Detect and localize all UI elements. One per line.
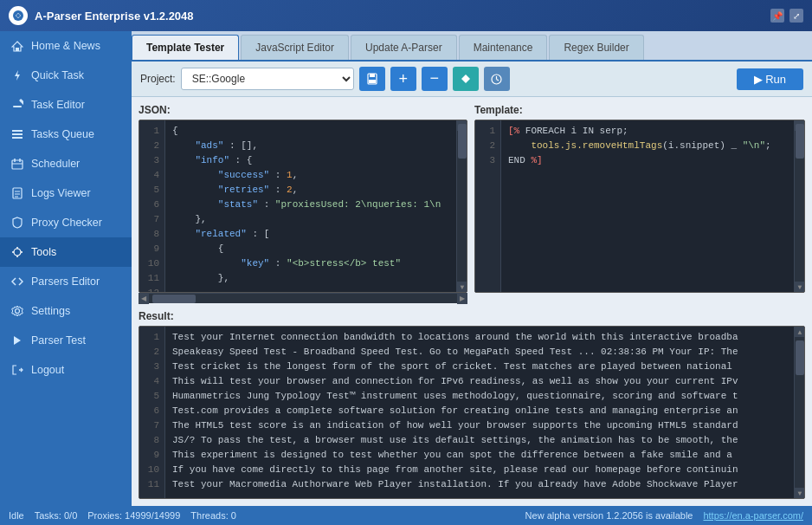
- save-button[interactable]: [359, 67, 385, 91]
- template-scrollbar-v[interactable]: ▲ ▼: [794, 120, 804, 292]
- sidebar-item-tools[interactable]: Tools: [0, 237, 132, 267]
- scroll-down[interactable]: ▼: [457, 282, 467, 292]
- svg-rect-10: [12, 160, 23, 169]
- sidebar-item-scheduler[interactable]: Scheduler: [0, 149, 132, 178]
- sidebar-item-parser-test[interactable]: Parser Test: [0, 326, 132, 355]
- result-line: If you have come directly to this page f…: [172, 463, 787, 477]
- tab-regex-builder[interactable]: Regex Builder: [549, 35, 643, 60]
- svg-rect-28: [369, 80, 376, 83]
- tmpl-scroll-down[interactable]: ▼: [795, 282, 804, 292]
- result-scrollbar-v[interactable]: ▲ ▼: [794, 327, 804, 498]
- sidebar-label-quick-task: Quick Task: [31, 69, 84, 81]
- svg-rect-7: [12, 130, 23, 132]
- update-link[interactable]: https://en.a-parser.com/: [703, 510, 803, 521]
- result-line: Test your Internet connection bandwidth …: [172, 330, 787, 345]
- sidebar-item-parsers-editor[interactable]: Parsers Editor: [0, 267, 132, 296]
- scroll-right[interactable]: ▶: [457, 294, 467, 304]
- scrollbar-h-thumb[interactable]: [152, 295, 196, 303]
- scrollbar-thumb[interactable]: [458, 124, 467, 159]
- svg-marker-24: [14, 336, 21, 345]
- update-message: New alpha version 1.2.2056 is available: [525, 510, 693, 521]
- tools-icon: [10, 245, 24, 259]
- json-line-numbers: 123456789101112: [139, 120, 165, 292]
- result-panel: Result: 1234567891011 Test your Internet…: [132, 310, 812, 506]
- app-logo: [9, 6, 28, 25]
- sidebar-label-settings: Settings: [31, 305, 70, 317]
- json-code[interactable]: { "ads" : [], "info" : { "success" : 1, …: [165, 120, 456, 292]
- code-icon: [10, 275, 24, 288]
- maximize-button[interactable]: ⤢: [789, 9, 803, 23]
- tab-maintenance[interactable]: Maintenance: [459, 35, 548, 60]
- svg-rect-3: [16, 48, 19, 51]
- result-editor[interactable]: 1234567891011 Test your Internet connect…: [139, 326, 805, 499]
- result-line: Humanmetrics Jung Typology Test™ instrum…: [172, 389, 787, 404]
- result-scroll-down[interactable]: ▼: [795, 488, 805, 498]
- sidebar-item-settings[interactable]: Settings: [0, 296, 132, 326]
- calendar-icon: [10, 157, 24, 171]
- window-controls: 📌 ⤢: [770, 9, 803, 23]
- json-label: JSON:: [139, 104, 467, 116]
- diamond-button[interactable]: [453, 67, 479, 91]
- sidebar-label-tools: Tools: [31, 246, 56, 258]
- svg-rect-9: [12, 137, 23, 139]
- project-label: Project:: [140, 73, 176, 85]
- sidebar-item-home[interactable]: Home & News: [0, 31, 132, 61]
- result-line: Speakeasy Speed Test - Broadband Speed T…: [172, 345, 787, 360]
- svg-point-18: [14, 249, 21, 256]
- threads-status: Threads: 0: [190, 510, 236, 521]
- template-code[interactable]: [% FOREACH i IN serp; tools.js.removeHtm…: [501, 120, 794, 292]
- sidebar-item-proxy-checker[interactable]: Proxy Checker: [0, 208, 132, 237]
- result-line: This will test your browser and connecti…: [172, 374, 787, 389]
- svg-rect-8: [12, 133, 23, 135]
- sidebar-label-tasks-queue: Tasks Queue: [31, 128, 94, 140]
- template-line-numbers: 123: [475, 120, 501, 292]
- sidebar-label-logs-viewer: Logs Viewer: [31, 187, 91, 199]
- tab-javascript-editor[interactable]: JavaScript Editor: [241, 35, 349, 60]
- main-content: Template TesterJavaScript EditorUpdate A…: [132, 31, 812, 506]
- house-icon: [10, 39, 24, 53]
- result-line: Test your Macromedia Authorware Web Play…: [172, 477, 787, 492]
- result-line: JS/? To pass the test, a browser must us…: [172, 433, 787, 448]
- svg-point-1: [16, 14, 20, 17]
- json-editor[interactable]: 123456789101112 { "ads" : [], "info" : {…: [139, 120, 467, 293]
- sidebar-label-scheduler: Scheduler: [31, 158, 80, 170]
- template-code-area: 123 [% FOREACH i IN serp; tools.js.remov…: [475, 120, 804, 292]
- result-scrollbar-thumb[interactable]: [796, 340, 804, 375]
- doc-icon: [10, 186, 24, 200]
- sidebar-item-quick-task[interactable]: Quick Task: [0, 61, 132, 90]
- template-panel: Template: 123 [% FOREACH i IN serp; tool…: [474, 104, 805, 303]
- json-scrollbar-h[interactable]: ◀ ▶: [139, 293, 467, 303]
- sidebar-label-parsers-editor: Parsers Editor: [31, 275, 100, 288]
- sidebar-item-task-editor[interactable]: Task Editor: [0, 90, 132, 120]
- sidebar-item-logs-viewer[interactable]: Logs Viewer: [0, 178, 132, 208]
- svg-marker-4: [15, 70, 20, 81]
- template-editor[interactable]: 123 [% FOREACH i IN serp; tools.js.remov…: [474, 120, 805, 293]
- play-icon: [10, 334, 24, 347]
- svg-rect-6: [19, 99, 23, 106]
- tmpl-scrollbar-thumb[interactable]: [796, 124, 804, 159]
- json-scrollbar-v[interactable]: ▲ ▼: [456, 120, 467, 292]
- svg-rect-5: [13, 106, 22, 107]
- remove-button[interactable]: −: [422, 67, 448, 91]
- sidebar: Home & News Quick Task Task Editor Tasks…: [0, 31, 132, 506]
- lightning-icon: [10, 68, 24, 82]
- sidebar-item-logout[interactable]: Logout: [0, 355, 132, 385]
- pin-button[interactable]: 📌: [770, 9, 784, 23]
- clock-button[interactable]: [484, 67, 510, 91]
- tab-update-aparser[interactable]: Update A-Parser: [351, 35, 457, 60]
- add-button[interactable]: +: [390, 67, 416, 91]
- scroll-left[interactable]: ◀: [139, 294, 149, 304]
- proxies-status: Proxies: 14999/14999: [87, 510, 180, 521]
- template-label: Template:: [474, 104, 805, 116]
- result-line: Test.com provides a complete software so…: [172, 404, 787, 418]
- tab-template-tester[interactable]: Template Tester: [132, 35, 239, 60]
- app-body: Home & News Quick Task Task Editor Tasks…: [0, 31, 812, 506]
- title-bar: A-Parser Enterprise v1.2.2048 📌 ⤢: [0, 0, 812, 31]
- sidebar-label-logout: Logout: [31, 364, 64, 376]
- run-button[interactable]: ▶ Run: [737, 68, 803, 90]
- sidebar-item-tasks-queue[interactable]: Tasks Queue: [0, 120, 132, 149]
- project-select[interactable]: SE::Google SE::Bing SE::Yahoo: [181, 68, 354, 90]
- list-icon: [10, 127, 24, 141]
- result-scroll-up[interactable]: ▲: [795, 327, 805, 337]
- editor-area: JSON: 123456789101112 { "ads" : [], "inf…: [132, 97, 812, 310]
